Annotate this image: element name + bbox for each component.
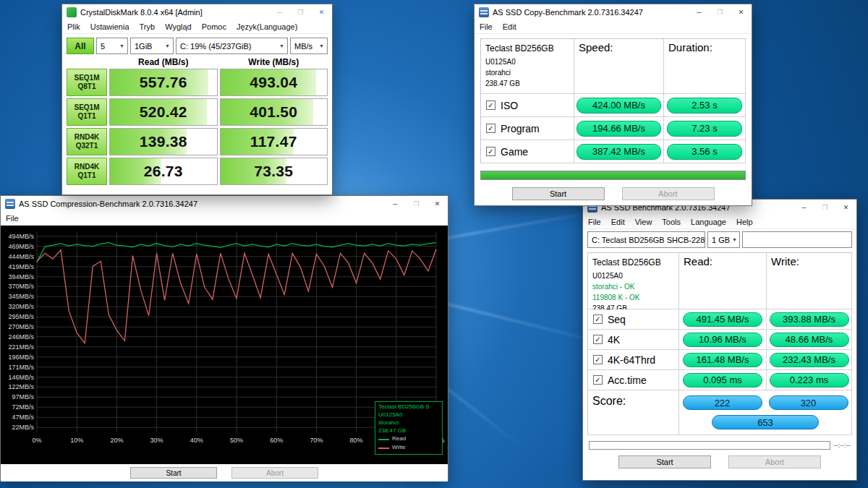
menu-help[interactable]: Help [731, 218, 758, 226]
cdm-run-count-combo[interactable]: 5▼ [96, 38, 128, 54]
menu-tools[interactable]: Tools [657, 218, 686, 226]
game-speed-cell: 387.42 MB/s [574, 140, 664, 163]
y-axis-tick-label: 394MB/s [1, 273, 34, 281]
seq-checkbox[interactable]: ✓ [593, 314, 603, 324]
cdm-read-value: 139.38 [140, 133, 187, 150]
cdm-unit-combo[interactable]: MB/s▼ [290, 38, 328, 54]
test-size-combo[interactable]: 1 GB▼ [707, 231, 740, 248]
cdm-write-cell: 493.04 [220, 69, 328, 96]
close-icon[interactable]: ✕ [427, 196, 448, 212]
legend-write-entry: Write [378, 444, 439, 452]
read-line-swatch [378, 439, 389, 440]
minimize-icon[interactable]: ─ [385, 196, 406, 212]
cdm-write-cell: 117.47 [220, 128, 328, 155]
cdm-test-button-seq1m-q8t1[interactable]: SEQ1MQ8T1 [67, 69, 107, 96]
iso-duration-value: 2.53 s [667, 98, 742, 114]
menu-tryb[interactable]: Tryb [135, 22, 161, 31]
menu-language[interactable]: Language [686, 218, 731, 226]
copy-abort-button[interactable]: Abort [622, 187, 715, 200]
program-checkbox[interactable]: ✓ [486, 124, 495, 133]
benchmark-progress-row: --:--:-- [589, 441, 851, 450]
menu-view[interactable]: View [630, 218, 658, 226]
time-remaining: --:--:-- [834, 442, 851, 449]
drive-name: Teclast BD256GB [592, 256, 674, 269]
close-icon[interactable]: ✕ [731, 4, 752, 20]
acctime-write-value: 0.223 ms [770, 373, 849, 388]
acctime-test-row-label: ✓Acc.time [588, 370, 679, 390]
menu-file[interactable]: File [475, 22, 498, 31]
compression-titlebar[interactable]: AS SSD Compression-Benchmark 2.0.7316.34… [1, 196, 448, 212]
cdm-row-seq1m-q8t1: SEQ1MQ8T1 557.76 493.04 [67, 69, 328, 96]
copy-titlebar[interactable]: AS SSD Copy-Benchmark 2.0.7316.34247 ─ ❐… [475, 4, 752, 20]
4k-checkbox[interactable]: ✓ [593, 335, 603, 344]
menu-plik[interactable]: Plik [62, 22, 85, 31]
cdm-all-button[interactable]: All [67, 38, 94, 54]
maximize-icon[interactable]: ❐ [406, 196, 427, 212]
minimize-icon[interactable]: ─ [269, 4, 290, 20]
maximize-icon[interactable]: ❐ [710, 4, 731, 20]
score-label: Score: [588, 390, 679, 435]
benchmark-menubar: File Edit View Tools Language Help [583, 215, 856, 229]
compression-button-row: Start Abort [1, 464, 448, 481]
menu-pomoc[interactable]: Pomoc [197, 22, 231, 31]
game-speed-value: 387.42 MB/s [576, 144, 661, 160]
menu-edit[interactable]: Edit [498, 22, 522, 31]
y-axis-tick-label: 146MB/s [1, 374, 34, 381]
cdm-read-value: 520.42 [140, 103, 187, 121]
close-icon[interactable]: ✕ [835, 200, 856, 215]
copy-button-row: Start Abort [475, 187, 752, 200]
score-values-cell: 222 320 653 [679, 390, 852, 435]
cdm-test-button-rnd4k-q1t1[interactable]: RND4KQ1T1 [67, 158, 107, 185]
menu-file[interactable]: File [1, 214, 24, 223]
menu-file[interactable]: File [583, 218, 606, 226]
4k64-checkbox[interactable]: ✓ [593, 355, 603, 364]
x-axis-tick-label: 60% [270, 437, 283, 444]
cdm-row-seq1m-q1t1: SEQ1MQ1T1 520.42 401.50 [67, 98, 328, 126]
y-axis-tick-label: 419MB/s [1, 263, 34, 270]
legend-read-entry: Read [378, 435, 439, 443]
y-axis-tick-label: 47MB/s [1, 414, 34, 421]
y-axis-tick-label: 221MB/s [1, 343, 34, 351]
cdm-write-value: 493.04 [250, 74, 297, 91]
seq-read-value: 491.45 MB/s [683, 312, 762, 327]
cdm-drive-combo[interactable]: C: 19% (45/237GiB)▼ [176, 38, 288, 54]
4k-read-cell: 10.96 MB/s [679, 330, 767, 350]
duration-column-header: Duration: [664, 39, 746, 94]
minimize-icon[interactable]: ─ [793, 200, 814, 215]
cdm-write-cell: 401.50 [220, 98, 328, 126]
y-axis-tick-label: 469MB/s [1, 243, 34, 250]
maximize-icon[interactable]: ❐ [814, 200, 835, 215]
close-icon[interactable]: ✕ [311, 4, 332, 20]
y-axis-tick-label: 97MB/s [1, 393, 34, 401]
cdm-test-size-combo[interactable]: 1GiB▼ [130, 38, 174, 54]
4k64-read-cell: 161.48 MB/s [679, 350, 767, 370]
cdm-write-header: Write (MB/s) [220, 57, 328, 67]
cdm-test-button-rnd4k-q32t1[interactable]: RND4KQ32T1 [67, 128, 107, 155]
cdm-row-rnd4k-q1t1: RND4KQ1T1 26.73 73.35 [67, 158, 328, 185]
maximize-icon[interactable]: ❐ [290, 4, 311, 20]
minimize-icon[interactable]: ─ [689, 4, 710, 20]
y-axis-tick-label: 444MB/s [1, 253, 34, 260]
benchmark-start-button[interactable]: Start [618, 455, 711, 468]
x-axis-tick-label: 0% [32, 437, 41, 444]
cdm-read-cell: 139.38 [109, 128, 218, 155]
cdm-test-button-seq1m-q1t1[interactable]: SEQ1MQ1T1 [67, 98, 107, 126]
menu-jezyk[interactable]: Język(Language) [231, 22, 302, 31]
cdm-titlebar[interactable]: CrystalDiskMark 8.0.4 x64 [Admin] ─ ❐ ✕ [62, 4, 332, 20]
menu-edit[interactable]: Edit [606, 218, 630, 226]
menu-wyglad[interactable]: Wygląd [160, 22, 197, 31]
benchmark-abort-button[interactable]: Abort [728, 455, 821, 468]
drive-firmware: U0125A0 [485, 56, 569, 67]
iso-checkbox[interactable]: ✓ [486, 100, 495, 110]
drive-driver: storahci [485, 67, 569, 78]
compression-abort-button[interactable]: Abort [231, 467, 318, 479]
acctime-checkbox[interactable]: ✓ [593, 375, 603, 385]
copy-start-button[interactable]: Start [512, 187, 605, 200]
game-checkbox[interactable]: ✓ [486, 147, 495, 156]
benchmark-text-input[interactable] [742, 231, 852, 248]
menu-ustawienia[interactable]: Ustawienia [85, 22, 135, 31]
copy-window-title: AS SSD Copy-Benchmark 2.0.7316.34247 [493, 8, 685, 17]
write-score-value: 320 [769, 395, 848, 410]
compression-start-button[interactable]: Start [130, 467, 217, 479]
drive-select-combo[interactable]: C: Teclast BD256GB SHCB-2280▼ [587, 231, 705, 248]
